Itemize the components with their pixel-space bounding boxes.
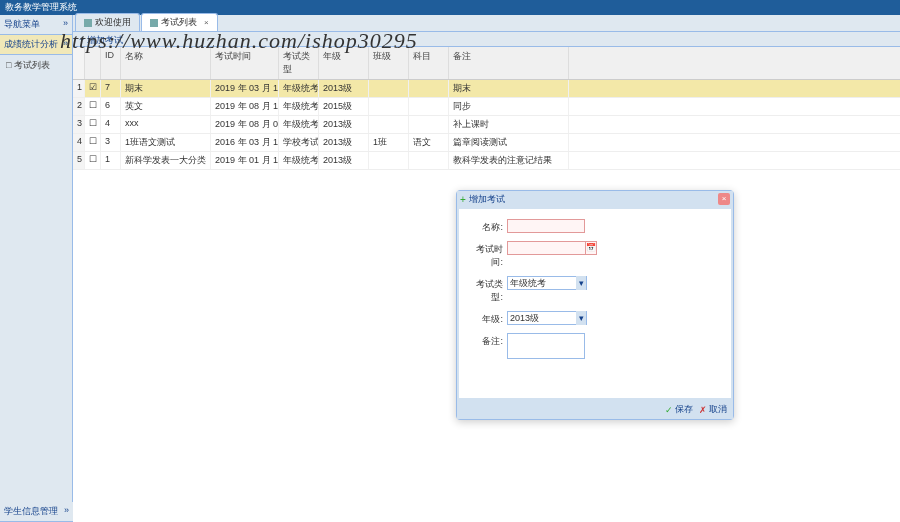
cell-type: 年级统考 (279, 80, 319, 97)
cell-subject (409, 80, 449, 97)
cell-remark: 教科学发表的注意记结果 (449, 152, 569, 169)
dialog-footer: ✓保存 ✗取消 (457, 400, 733, 419)
cell-date: 2019 年 01 月 15 日 (211, 152, 279, 169)
date-input[interactable] (507, 241, 585, 255)
cell-subject (409, 98, 449, 115)
type-select[interactable]: 年级统考▾ (507, 276, 587, 290)
table-row[interactable]: 4☐31班语文测试2016 年 03 月 18 日学校考试2013级1班语文篇章… (73, 134, 900, 152)
cell-id: 7 (101, 80, 121, 97)
sidebar-nav-header[interactable]: 导航菜单» (0, 15, 72, 35)
label-name: 名称: (467, 219, 507, 234)
col-type[interactable]: 考试类型 (279, 47, 319, 79)
label-remark: 备注: (467, 333, 507, 348)
cell-remark: 同步 (449, 98, 569, 115)
cell-remark: 篇章阅读测试 (449, 134, 569, 151)
cell-num: 2 (73, 98, 85, 115)
cell-id: 4 (101, 116, 121, 133)
chevron-icon: » (63, 38, 68, 51)
cell-remark: 期末 (449, 80, 569, 97)
toolbar: + 增加考试 (73, 32, 900, 47)
table-row[interactable]: 2☐6英文2019 年 08 月 13 日年级统考2015级同步 (73, 98, 900, 116)
label-grade: 年级: (467, 311, 507, 326)
cell-date: 2019 年 08 月 13 日 (211, 98, 279, 115)
cell-num: 4 (73, 134, 85, 151)
table-row[interactable]: 3☐4xxx2019 年 08 月 03 日年级统考2013级补上课时 (73, 116, 900, 134)
tab-welcome[interactable]: 欢迎使用 (75, 13, 140, 31)
cell-class: 1班 (369, 134, 409, 151)
dialog-close-button[interactable]: × (718, 193, 730, 205)
col-class[interactable]: 班级 (369, 47, 409, 79)
grade-select[interactable]: 2013级▾ (507, 311, 587, 325)
cell-id: 1 (101, 152, 121, 169)
cell-class (369, 80, 409, 97)
cell-id: 3 (101, 134, 121, 151)
col-subject[interactable]: 科目 (409, 47, 449, 79)
col-id[interactable]: ID (101, 47, 121, 79)
sidebar: 导航菜单» 成绩统计分析» □ 考试列表 学生信息管理» (0, 15, 73, 522)
remark-textarea[interactable] (507, 333, 585, 359)
cell-grade: 2013级 (319, 116, 369, 133)
cell-num: 5 (73, 152, 85, 169)
col-name[interactable]: 名称 (121, 47, 211, 79)
chevron-down-icon[interactable]: ▾ (576, 311, 586, 325)
table-row[interactable]: 1☑7期末2019 年 03 月 17 日年级统考2013级期末 (73, 80, 900, 98)
label-type: 考试类型: (467, 276, 507, 304)
cell-class (369, 152, 409, 169)
chevron-icon: » (64, 505, 69, 518)
plus-icon: + (460, 194, 466, 205)
cell-type: 学校考试 (279, 134, 319, 151)
cell-chk[interactable]: ☑ (85, 80, 101, 97)
col-checkbox[interactable] (85, 47, 101, 79)
cancel-button[interactable]: ✗取消 (699, 403, 727, 416)
cell-class (369, 116, 409, 133)
cell-name: xxx (121, 116, 211, 133)
cell-type: 年级统考 (279, 98, 319, 115)
cell-grade: 2013级 (319, 152, 369, 169)
cell-num: 3 (73, 116, 85, 133)
sidebar-group-student[interactable]: 学生信息管理» (0, 502, 73, 522)
label-date: 考试时间: (467, 241, 507, 269)
cell-num: 1 (73, 80, 85, 97)
cell-chk[interactable]: ☐ (85, 98, 101, 115)
tab-strip: 欢迎使用 考试列表× (73, 15, 900, 32)
cell-remark: 补上课时 (449, 116, 569, 133)
add-exam-dialog: +增加考试 × 名称: 考试时间:📅 考试类型:年级统考▾ 年级:2013级▾ … (456, 190, 734, 420)
home-icon (84, 19, 92, 27)
col-remark[interactable]: 备注 (449, 47, 569, 79)
name-input[interactable] (507, 219, 585, 233)
list-icon (150, 19, 158, 27)
cell-date: 2019 年 03 月 17 日 (211, 80, 279, 97)
tab-examlist[interactable]: 考试列表× (141, 13, 218, 31)
cell-id: 6 (101, 98, 121, 115)
cell-subject (409, 116, 449, 133)
add-exam-button[interactable]: + 增加考试 (79, 35, 123, 45)
cell-date: 2016 年 03 月 18 日 (211, 134, 279, 151)
table-row[interactable]: 5☐1新科学发表一大分类2019 年 01 月 15 日年级统考2013级教科学… (73, 152, 900, 170)
cell-date: 2019 年 08 月 03 日 (211, 116, 279, 133)
cell-name: 期末 (121, 80, 211, 97)
cell-grade: 2013级 (319, 80, 369, 97)
chevron-icon: » (63, 18, 68, 31)
col-date[interactable]: 考试时间 (211, 47, 279, 79)
dialog-titlebar[interactable]: +增加考试 × (457, 191, 733, 207)
cell-subject (409, 152, 449, 169)
check-icon: ✓ (665, 405, 673, 415)
grid-body: 1☑7期末2019 年 03 月 17 日年级统考2013级期末2☐6英文201… (73, 80, 900, 170)
calendar-icon[interactable]: 📅 (585, 241, 597, 255)
cell-name: 1班语文测试 (121, 134, 211, 151)
col-rownum (73, 47, 85, 79)
save-button[interactable]: ✓保存 (665, 403, 693, 416)
grid-header: ID 名称 考试时间 考试类型 年级 班级 科目 备注 (73, 47, 900, 80)
sidebar-item-examlist[interactable]: □ 考试列表 (0, 55, 72, 76)
cell-name: 新科学发表一大分类 (121, 152, 211, 169)
sidebar-group-stats[interactable]: 成绩统计分析» (0, 35, 72, 55)
chevron-down-icon[interactable]: ▾ (576, 276, 586, 290)
cell-chk[interactable]: ☐ (85, 152, 101, 169)
cell-chk[interactable]: ☐ (85, 116, 101, 133)
col-grade[interactable]: 年级 (319, 47, 369, 79)
cell-class (369, 98, 409, 115)
cell-name: 英文 (121, 98, 211, 115)
cell-chk[interactable]: ☐ (85, 134, 101, 151)
cell-type: 年级统考 (279, 116, 319, 133)
close-icon[interactable]: × (204, 18, 209, 27)
